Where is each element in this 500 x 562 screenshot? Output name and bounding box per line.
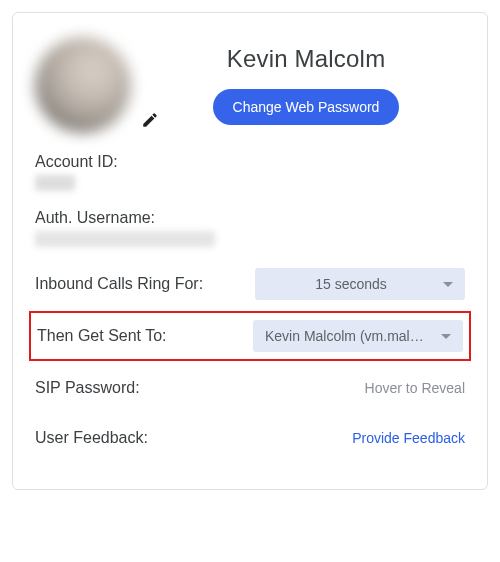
- header: Kevin Malcolm Change Web Password: [35, 37, 465, 133]
- select-then-sent-to[interactable]: Kevin Malcolm (vm.malcol…: [253, 320, 463, 352]
- avatar-container: [35, 37, 131, 133]
- sip-password-reveal[interactable]: Hover to Reveal: [365, 380, 465, 396]
- change-password-button[interactable]: Change Web Password: [213, 89, 400, 125]
- label-user-feedback: User Feedback:: [35, 429, 148, 447]
- user-name: Kevin Malcolm: [147, 45, 465, 73]
- row-user-feedback: User Feedback: Provide Feedback: [35, 413, 465, 463]
- edit-icon[interactable]: [141, 111, 159, 129]
- chevron-down-icon: [443, 282, 453, 287]
- row-inbound-ring: Inbound Calls Ring For: 15 seconds: [35, 259, 465, 309]
- select-inbound-ring[interactable]: 15 seconds: [255, 268, 465, 300]
- row-account-id: Account ID:: [35, 147, 465, 203]
- label-sip-password: SIP Password:: [35, 379, 140, 397]
- chevron-down-icon: [441, 334, 451, 339]
- select-inbound-ring-value: 15 seconds: [267, 276, 435, 292]
- value-account-id-redacted: [35, 175, 75, 191]
- label-account-id: Account ID:: [35, 153, 465, 171]
- value-auth-username-redacted: [35, 231, 215, 247]
- label-auth-username: Auth. Username:: [35, 209, 465, 227]
- row-sip-password: SIP Password: Hover to Reveal: [35, 363, 465, 413]
- label-inbound-ring: Inbound Calls Ring For:: [35, 275, 203, 293]
- provide-feedback-link[interactable]: Provide Feedback: [352, 430, 465, 446]
- row-auth-username: Auth. Username:: [35, 203, 465, 259]
- avatar: [35, 37, 131, 133]
- user-detail-card: Kevin Malcolm Change Web Password Accoun…: [12, 12, 488, 490]
- header-right: Kevin Malcolm Change Web Password: [147, 37, 465, 125]
- row-then-sent-to: Then Get Sent To: Kevin Malcolm (vm.malc…: [29, 311, 471, 361]
- label-then-sent-to: Then Get Sent To:: [37, 327, 167, 345]
- select-then-sent-to-value: Kevin Malcolm (vm.malcol…: [265, 328, 433, 344]
